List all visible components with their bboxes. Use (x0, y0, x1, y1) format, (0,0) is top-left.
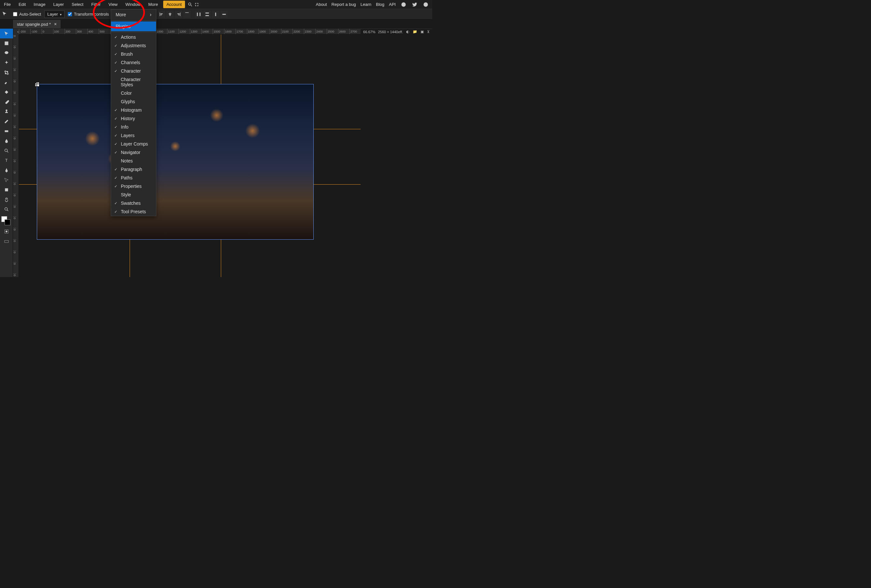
menu-select[interactable]: Select (68, 0, 87, 9)
move-tool[interactable] (0, 29, 13, 39)
gradient-tool[interactable] (0, 126, 13, 136)
link-blog[interactable]: Blog (376, 2, 385, 7)
status-download-icon[interactable]: ⊻ (427, 30, 430, 34)
submenu-item-paths[interactable]: ✓Paths (111, 173, 156, 182)
menu-image[interactable]: Image (30, 0, 49, 9)
status-folder-icon[interactable]: 📁 (413, 30, 417, 34)
keyboard-tool[interactable] (0, 236, 13, 246)
check-icon: ✓ (114, 201, 118, 206)
dropdown-plugins[interactable]: Plugins (111, 21, 156, 31)
background-color[interactable] (4, 219, 10, 225)
document-tab[interactable]: star spangle.psd * × (13, 20, 61, 28)
svg-point-1 (424, 2, 428, 6)
submenu-item-channels[interactable]: ✓Channels (111, 58, 156, 67)
check-icon: ✓ (114, 142, 118, 146)
fullscreen-icon[interactable] (193, 1, 200, 8)
heal-tool[interactable] (0, 87, 13, 97)
path-select-tool[interactable] (0, 175, 13, 185)
pen-tool[interactable] (0, 166, 13, 175)
submenu-item-color[interactable]: Color (111, 89, 156, 97)
submenu-item-history[interactable]: ✓History (111, 114, 156, 123)
align-left-icon[interactable] (158, 11, 165, 18)
align-top-icon[interactable] (183, 11, 190, 18)
dodge-tool[interactable] (0, 146, 13, 156)
submenu-item-character[interactable]: ✓Character (111, 67, 156, 75)
eyedropper-tool[interactable] (0, 78, 13, 87)
crop-tool[interactable] (0, 68, 13, 78)
transform-handle[interactable] (37, 84, 39, 87)
submenu-item-actions[interactable]: ✓Actions (111, 33, 156, 41)
color-swatches[interactable] (0, 215, 13, 227)
marquee-tool[interactable] (0, 39, 13, 48)
submenu-item-label: Character Styles (121, 77, 153, 87)
transform-controls-label: Transform controls (74, 12, 109, 16)
submenu-item-label: Layer Comps (121, 141, 148, 146)
canvas-image[interactable] (37, 84, 314, 240)
twitter-icon[interactable] (412, 1, 418, 8)
menu-layer[interactable]: Layer (49, 0, 68, 9)
link-learn[interactable]: Learn (361, 2, 371, 7)
menu-view[interactable]: View (105, 0, 121, 9)
submenu-item-brush[interactable]: ✓Brush (111, 50, 156, 58)
search-icon[interactable] (187, 1, 193, 8)
submenu-item-label: Brush (121, 51, 133, 57)
submenu-item-properties[interactable]: ✓Properties (111, 182, 156, 191)
brush-tool[interactable] (0, 97, 13, 107)
submenu-item-notes[interactable]: Notes (111, 157, 156, 165)
link-about[interactable]: About (316, 2, 327, 7)
distribute-2-icon[interactable] (204, 11, 211, 18)
link-api[interactable]: API (389, 2, 396, 7)
canvas-viewport[interactable] (19, 34, 361, 277)
blur-tool[interactable] (0, 136, 13, 146)
submenu-item-label: Channels (121, 60, 140, 65)
status-eff[interactable]: eff. (398, 30, 403, 34)
align-center-h-icon[interactable] (166, 11, 174, 18)
submenu-item-histogram[interactable]: ✓Histogram (111, 106, 156, 114)
distribute-3-icon[interactable] (212, 11, 219, 18)
submenu-item-navigator[interactable]: ✓Navigator (111, 148, 156, 157)
svg-rect-4 (160, 14, 162, 15)
distribute-1-icon[interactable] (195, 11, 202, 18)
submenu-item-style[interactable]: Style (111, 191, 156, 199)
submenu-item-adjustments[interactable]: ✓Adjustments (111, 41, 156, 50)
facebook-icon[interactable] (422, 1, 429, 8)
transform-handle[interactable] (36, 83, 39, 86)
menu-filter[interactable]: Filter (87, 0, 105, 9)
submenu-item-paragraph[interactable]: ✓Paragraph (111, 165, 156, 173)
submenu-item-layer-comps[interactable]: ✓Layer Comps (111, 140, 156, 148)
stamp-tool[interactable] (0, 107, 13, 116)
menu-more[interactable]: More (144, 0, 162, 9)
type-tool[interactable]: T (0, 156, 13, 166)
menu-window[interactable]: Window (121, 0, 144, 9)
submenu-item-layers[interactable]: ✓Layers (111, 131, 156, 140)
link-report-bug[interactable]: Report a bug (332, 2, 356, 7)
submenu-item-tool-presets[interactable]: ✓Tool Presets (111, 207, 156, 216)
dropdown-more[interactable]: More (111, 9, 156, 20)
eraser-tool[interactable] (0, 116, 13, 126)
menu-file[interactable]: File (0, 0, 15, 9)
canvas-dimensions: 2560 × 1440 (378, 30, 398, 34)
wand-tool[interactable] (0, 58, 13, 68)
submenu-item-character-styles[interactable]: Character Styles (111, 75, 156, 89)
lasso-tool[interactable] (0, 48, 13, 58)
quickmask-tool[interactable] (0, 227, 13, 236)
shape-tool[interactable] (0, 185, 13, 195)
submenu-item-info[interactable]: ✓Info (111, 123, 156, 131)
layer-select-dropdown[interactable]: Layer (44, 10, 64, 18)
zoom-tool[interactable] (0, 204, 13, 214)
transform-controls-checkbox[interactable]: Transform controls (68, 12, 109, 16)
align-right-icon[interactable] (175, 11, 182, 18)
zoom-level[interactable]: 66.67% (363, 30, 375, 34)
distribute-4-icon[interactable] (220, 11, 228, 18)
submenu-item-glyphs[interactable]: Glyphs (111, 97, 156, 106)
hand-tool[interactable] (0, 195, 13, 204)
submenu-item-label: Actions (121, 34, 136, 40)
close-icon[interactable]: × (54, 21, 57, 27)
status-contrast-icon[interactable]: ◐ (406, 30, 409, 34)
account-button[interactable]: Account (163, 1, 185, 8)
status-save-icon[interactable]: ▣ (421, 30, 424, 34)
auto-select-checkbox[interactable]: Auto-Select (13, 12, 41, 16)
reddit-icon[interactable] (400, 1, 407, 8)
menu-edit[interactable]: Edit (15, 0, 30, 9)
submenu-item-swatches[interactable]: ✓Swatches (111, 199, 156, 207)
